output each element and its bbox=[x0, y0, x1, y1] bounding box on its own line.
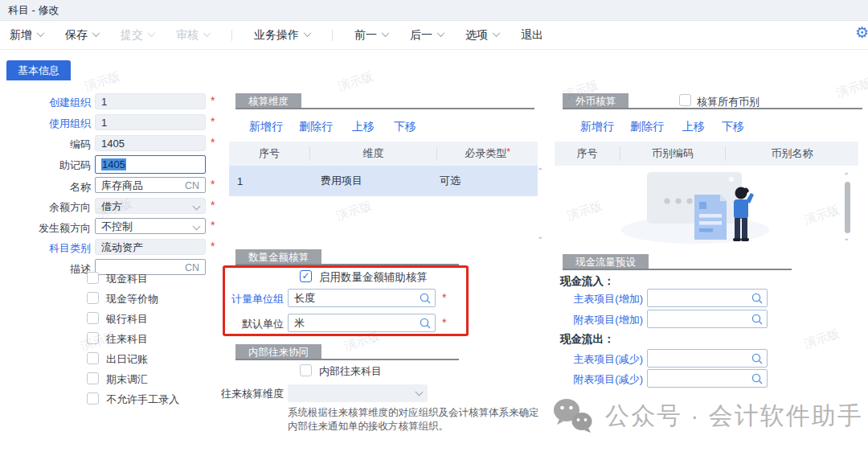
default-unit-value: 米 bbox=[294, 317, 305, 329]
dimension-move-up-button[interactable]: 上移 bbox=[352, 119, 375, 134]
chevron-down-icon bbox=[193, 223, 201, 231]
intercompany-account-checkbox[interactable] bbox=[87, 332, 99, 344]
required-marker: * bbox=[211, 178, 215, 191]
main-item-decrease-input[interactable] bbox=[647, 349, 768, 368]
scrollbar-thumb[interactable] bbox=[845, 182, 850, 233]
checkbox-label: 现金科目 bbox=[106, 272, 148, 286]
column-header: 币别名称 bbox=[725, 146, 858, 161]
search-icon[interactable] bbox=[751, 292, 764, 305]
options-button[interactable]: 选项 bbox=[465, 28, 499, 43]
create-org-label[interactable]: 创建组织 bbox=[6, 95, 91, 111]
dimension-delete-row-button[interactable]: 删除行 bbox=[299, 119, 333, 134]
currency-move-down-button[interactable]: 下移 bbox=[722, 119, 744, 134]
journal-checkbox[interactable] bbox=[87, 352, 99, 364]
dimension-add-row-button[interactable]: 新增行 bbox=[249, 119, 283, 134]
save-button[interactable]: 保存 bbox=[65, 28, 99, 43]
create-org-field[interactable]: 1 bbox=[95, 93, 206, 109]
outflow-label: 现金流出： bbox=[560, 332, 615, 347]
balance-direction-select[interactable]: 借方 bbox=[95, 198, 206, 214]
internal-dim-select[interactable] bbox=[288, 384, 428, 402]
category-label[interactable]: 科目类别 bbox=[6, 240, 91, 257]
search-icon[interactable] bbox=[751, 372, 764, 385]
search-icon[interactable] bbox=[751, 352, 764, 365]
submit-button: 提交 bbox=[121, 28, 154, 43]
toolbar-separator bbox=[332, 30, 333, 41]
demo-watermark: 演示版 bbox=[334, 199, 374, 224]
code-label: 编码 bbox=[6, 137, 91, 153]
sub-item-increase-input[interactable] bbox=[647, 310, 768, 328]
next-button[interactable]: 后一 bbox=[410, 28, 444, 43]
section-divider bbox=[235, 108, 534, 109]
toolbar: 新增 保存 提交 审核 业务操作 前一 后一 选项 退出 bbox=[0, 21, 868, 50]
period-end-adjust-checkbox[interactable] bbox=[87, 372, 99, 384]
hint-text: 内部往来通知单的接收方核算组织。 bbox=[288, 420, 448, 433]
default-unit-label: 默认单位 bbox=[227, 316, 284, 332]
main-item-decrease-label[interactable]: 主表项目(减少) bbox=[563, 351, 643, 368]
use-org-label[interactable]: 使用组织 bbox=[6, 116, 91, 132]
occurrence-direction-select[interactable]: 不控制 bbox=[95, 218, 206, 234]
name-input[interactable]: 库存商品CN bbox=[95, 177, 206, 193]
required-marker: * bbox=[211, 199, 215, 212]
currency-add-row-button[interactable]: 新增行 bbox=[580, 119, 614, 134]
tab-basic-info[interactable]: 基本信息 bbox=[6, 60, 71, 80]
previous-button-label: 前一 bbox=[354, 28, 377, 43]
dimension-move-down-button[interactable]: 下移 bbox=[394, 119, 416, 134]
demo-watermark: 演示版 bbox=[336, 69, 375, 95]
internal-account-label: 内部往来科目 bbox=[319, 364, 382, 378]
wechat-icon bbox=[551, 397, 595, 434]
sub-item-decrease-label[interactable]: 附表项目(减少) bbox=[563, 372, 643, 388]
all-currencies-checkbox[interactable] bbox=[679, 94, 691, 106]
demo-watermark: 演示版 bbox=[83, 69, 122, 95]
scroll-down-icon[interactable]: ⌄ bbox=[843, 233, 850, 242]
checkbox-label: 银行科目 bbox=[106, 312, 148, 326]
save-button-label: 保存 bbox=[65, 28, 88, 43]
previous-button[interactable]: 前一 bbox=[354, 28, 388, 43]
main-item-increase-input[interactable] bbox=[647, 289, 768, 307]
cash-account-checkbox[interactable] bbox=[87, 272, 99, 284]
use-org-field[interactable]: 1 bbox=[95, 114, 206, 130]
dimension-table-row[interactable]: 1 费用项目 可选 bbox=[229, 166, 538, 196]
mnemonic-input[interactable]: 1405 bbox=[95, 155, 206, 174]
chevron-down-icon bbox=[437, 29, 445, 37]
currency-move-up-button[interactable]: 上移 bbox=[682, 119, 705, 134]
enable-qty-checkbox[interactable]: ✓ bbox=[300, 270, 312, 282]
scroll-up-icon[interactable]: ⌃ bbox=[843, 171, 850, 180]
audit-button-label: 审核 bbox=[176, 28, 199, 43]
no-manual-entry-checkbox[interactable] bbox=[87, 392, 99, 405]
sub-item-increase-label[interactable]: 附表项目(增加) bbox=[563, 312, 643, 328]
unit-group-label[interactable]: 计量单位组 bbox=[227, 291, 284, 307]
cash-equivalent-checkbox[interactable] bbox=[87, 292, 99, 304]
selected-text: 1405 bbox=[101, 158, 126, 170]
occurrence-direction-label: 发生额方向 bbox=[6, 220, 91, 236]
main-item-increase-label[interactable]: 主表项目(增加) bbox=[563, 291, 643, 307]
code-field[interactable]: 1405 bbox=[95, 135, 206, 151]
category-field[interactable]: 流动资产 bbox=[95, 239, 206, 255]
internal-dim-label: 往来核算维度 bbox=[199, 386, 284, 402]
name-value: 库存商品 bbox=[101, 179, 143, 191]
new-button[interactable]: 新增 bbox=[10, 28, 43, 43]
inflow-label: 现金流入： bbox=[560, 274, 615, 289]
business-ops-button[interactable]: 业务操作 bbox=[254, 28, 310, 43]
currency-delete-row-button[interactable]: 删除行 bbox=[630, 119, 664, 134]
demo-watermark: 演示版 bbox=[802, 327, 841, 352]
name-label: 名称 bbox=[6, 179, 91, 195]
search-icon[interactable] bbox=[751, 313, 764, 326]
bank-account-checkbox[interactable] bbox=[87, 312, 99, 324]
internal-account-checkbox[interactable] bbox=[300, 364, 312, 376]
dimension-section-title: 核算维度 bbox=[235, 93, 301, 109]
cashflow-section-title: 现金流量预设 bbox=[563, 254, 649, 270]
sub-item-decrease-input[interactable] bbox=[647, 369, 768, 388]
scroll-up-icon[interactable]: ⌃ bbox=[537, 166, 543, 175]
required-marker: * bbox=[506, 146, 510, 158]
required-marker: * bbox=[211, 219, 215, 232]
search-icon[interactable] bbox=[419, 317, 432, 330]
search-icon[interactable] bbox=[419, 292, 432, 305]
required-marker: * bbox=[442, 291, 446, 304]
scroll-down-icon[interactable]: ⌄ bbox=[537, 232, 543, 240]
description-label: 描述 bbox=[6, 261, 91, 277]
gear-icon[interactable]: ⚙ bbox=[855, 23, 868, 42]
unit-group-input[interactable]: 长度 bbox=[288, 289, 436, 307]
exit-button[interactable]: 退出 bbox=[521, 28, 543, 43]
default-unit-input[interactable]: 米 bbox=[288, 314, 436, 332]
chevron-down-icon bbox=[416, 388, 424, 396]
